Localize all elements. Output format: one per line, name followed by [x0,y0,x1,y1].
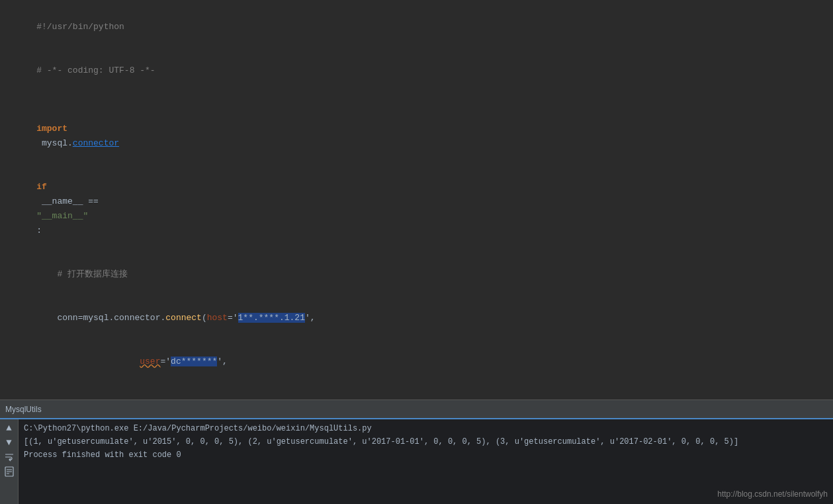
run-output-line: [(1, u'getusercumulate', u'2015', 0, 0, … [24,435,828,448]
code-line-7: conn=mysql.connector.connect(host='1**.*… [11,296,833,340]
code-line-2: # -*- coding: UTF-8 -*- [11,49,833,93]
main-string: "__main__" [36,211,88,221]
watermark: http://blog.csdn.net/silentwolfyh [717,489,828,499]
conn-var: conn [36,313,77,323]
shebang-line: #!/usr/bin/python [36,22,124,32]
run-content: ▲ ▼ C:\Python27\python.exe E:/Java/Pyc [0,419,833,504]
module-mysql: mysql. [36,138,73,148]
file-icon[interactable] [3,466,15,478]
run-path-line: C:\Python27\python.exe E:/Java/PycharmPr… [24,422,828,435]
if-keyword: if [36,182,47,192]
code-line-6: # 打开数据库连接 [11,253,833,296]
run-output-area: C:\Python27\python.exe E:/Java/PycharmPr… [19,419,833,504]
code-line-1: #!/usr/bin/python [11,5,833,49]
comment-open-db: # 打开数据库连接 [36,269,128,279]
run-panel: ▲ ▼ C:\Python27\python.exe E:/Java/Pyc [0,418,833,504]
coding-comment: # -*- coding: UTF-8 -*- [36,65,155,75]
import-keyword: import [36,124,67,134]
colon: : [36,226,42,235]
code-line-8: user='dc*******', [11,340,833,384]
code-line-9: passwd='lq2*****', [11,384,833,399]
wrap-icon[interactable] [3,451,15,463]
scroll-down-icon[interactable]: ▼ [3,437,15,448]
scroll-up-icon[interactable]: ▲ [3,422,15,434]
code-line-3 [11,93,833,107]
bottom-toolbar: MysqlUtils [0,399,833,418]
code-line-5: if __name__ == "__main__" : [11,165,833,253]
user-param [36,357,140,366]
module-connector: connector [73,138,119,148]
code-line-4: import mysql.connector [11,107,833,165]
name-var: __name__ == [36,196,103,206]
code-editor[interactable]: #!/usr/bin/python # -*- coding: UTF-8 -*… [0,0,833,399]
toolbar-title: MysqlUtils [5,405,42,414]
run-finished-line: Process finished with exit code 0 [24,448,828,462]
run-sidebar: ▲ ▼ [0,419,19,504]
